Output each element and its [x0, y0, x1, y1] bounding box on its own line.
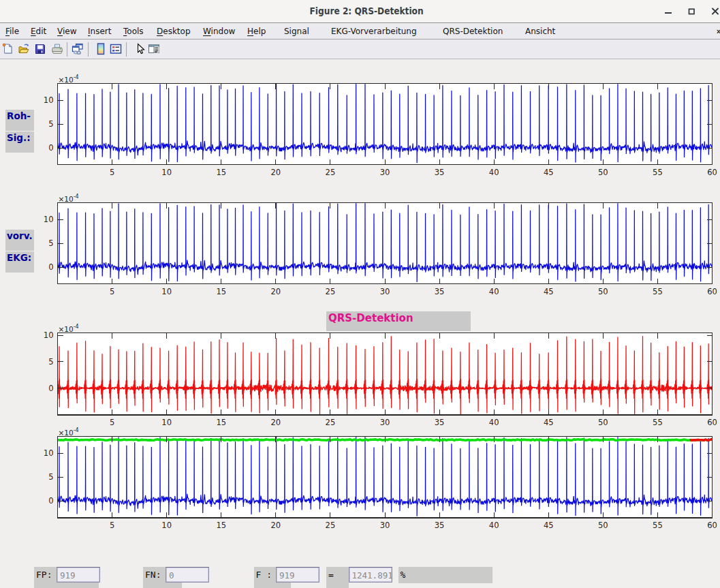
ytick-label: 5 [36, 238, 54, 248]
xtick-label: 30 [375, 521, 395, 530]
edit-plot-button[interactable] [134, 43, 148, 57]
menu-desktop[interactable]: Desktop [157, 24, 191, 39]
xtick-label: 50 [593, 521, 613, 530]
ytick-label: 0 [36, 384, 54, 393]
menubar: » FileEditViewInsertToolsDesktopWindowHe… [0, 24, 720, 40]
xtick-label: 15 [211, 418, 232, 427]
menu-edit[interactable]: Edit [31, 24, 46, 39]
ytick-label: 5 [36, 357, 54, 367]
window-title: Figure 2: QRS-Detektion [64, 0, 669, 22]
xtick-label: 50 [593, 287, 613, 296]
xtick-label: 60 [702, 168, 720, 177]
xtick-label: 25 [320, 521, 341, 530]
menu-insert[interactable]: Insert [88, 24, 111, 39]
maximize-button[interactable] [684, 4, 699, 19]
ytick-label: 10 [36, 215, 54, 224]
menu-overflow-indicator[interactable]: » [717, 24, 720, 39]
stat-edit-0[interactable]: 919 [57, 567, 100, 583]
xtick-label: 50 [593, 418, 613, 427]
xtick-label: 10 [157, 521, 177, 530]
open-file-button[interactable] [18, 43, 31, 57]
xtick-label: 35 [429, 168, 450, 177]
menu-qrs-detektion[interactable]: QRS-Detektion [443, 24, 503, 39]
menu-tools[interactable]: Tools [123, 24, 144, 39]
menu-window[interactable]: Window [203, 24, 235, 39]
xtick-label: 60 [702, 521, 720, 530]
menu-signal[interactable]: Signal [284, 24, 309, 39]
side-label-vorv: vorv. [5, 230, 34, 251]
side-label-ekg: EKG: [5, 251, 34, 273]
xtick-label: 45 [538, 168, 559, 177]
link-plot-icon [72, 43, 84, 55]
open-file-icon [18, 43, 30, 55]
new-figure-button[interactable] [2, 43, 16, 57]
insert-legend-button[interactable] [110, 43, 123, 57]
stat-edit-2[interactable]: 919 [276, 567, 319, 583]
series-detection-threshold-end [690, 439, 713, 441]
xtick-label: 40 [484, 418, 504, 427]
menu-ekg-vorverarbeitung[interactable]: EKG-Vorverarbeitung [331, 24, 417, 39]
link-plot-button[interactable] [72, 43, 85, 57]
xtick-label: 45 [538, 418, 559, 427]
xtick-label: 40 [484, 168, 504, 177]
insert-colorbar-icon [95, 43, 107, 55]
ytick-label: 10 [36, 330, 54, 340]
ytick-label: 0 [36, 143, 54, 153]
menu-ansicht[interactable]: Ansicht [525, 24, 555, 39]
ytick-label: 0 [36, 262, 54, 272]
xtick-label: 60 [702, 418, 720, 427]
xtick-label: 45 [538, 287, 559, 296]
minimize-icon [663, 7, 673, 16]
xtick-label: 25 [320, 418, 341, 427]
close-icon [710, 7, 720, 16]
xtick-label: 30 [375, 287, 395, 296]
toolbar-separator [126, 42, 127, 57]
xtick-label: 50 [593, 168, 613, 177]
minimize-button[interactable] [661, 4, 676, 19]
xtick-label: 10 [157, 168, 177, 177]
xtick-label: 15 [211, 168, 232, 177]
qrs-detection-title-box: QRS-Detektion [326, 311, 471, 331]
qrs-detection-title: QRS-Detektion [328, 312, 413, 324]
xtick-label: 5 [102, 287, 123, 296]
side-label-roh: Roh- [5, 110, 34, 131]
menu-file[interactable]: File [5, 24, 19, 39]
xtick-label: 55 [647, 521, 668, 530]
plot-tools-button[interactable] [148, 43, 161, 57]
xtick-label: 15 [211, 521, 232, 530]
save-figure-button[interactable] [34, 43, 48, 57]
insert-legend-icon [110, 43, 122, 55]
menu-view[interactable]: View [57, 24, 76, 39]
edit-plot-icon [134, 43, 146, 55]
figure-window: Figure 2: QRS-Detektion » FileEditViewIn… [0, 0, 720, 588]
stat-edit-3[interactable]: 1241.891 [349, 567, 392, 583]
xtick-label: 45 [538, 521, 559, 530]
stat-label-3: = [326, 567, 349, 588]
xtick-label: 55 [647, 168, 668, 177]
ytick-label: 10 [36, 95, 54, 105]
titlebar: Figure 2: QRS-Detektion [0, 0, 720, 23]
xtick-label: 60 [702, 287, 720, 296]
xtick-label: 10 [157, 418, 177, 427]
menu-help[interactable]: Help [247, 24, 266, 39]
xtick-label: 35 [429, 418, 450, 427]
xtick-label: 35 [429, 287, 450, 296]
xtick-label: 10 [157, 287, 177, 296]
print-figure-button[interactable] [51, 43, 65, 57]
toolbar [0, 40, 720, 59]
xtick-label: 20 [266, 168, 286, 177]
axes-qrs-filtered [57, 332, 713, 416]
xtick-label: 20 [266, 521, 286, 530]
xtick-label: 40 [484, 287, 504, 296]
maximize-icon [687, 7, 696, 16]
xtick-label: 40 [484, 521, 504, 530]
xtick-label: 25 [320, 168, 341, 177]
xtick-label: 15 [211, 287, 232, 296]
stat-edit-1[interactable]: 0 [166, 567, 209, 583]
insert-colorbar-button[interactable] [95, 43, 108, 57]
xtick-label: 25 [320, 287, 341, 296]
xtick-label: 20 [266, 287, 286, 296]
xtick-label: 35 [429, 521, 450, 530]
close-button[interactable] [708, 4, 720, 19]
xtick-label: 55 [647, 418, 668, 427]
